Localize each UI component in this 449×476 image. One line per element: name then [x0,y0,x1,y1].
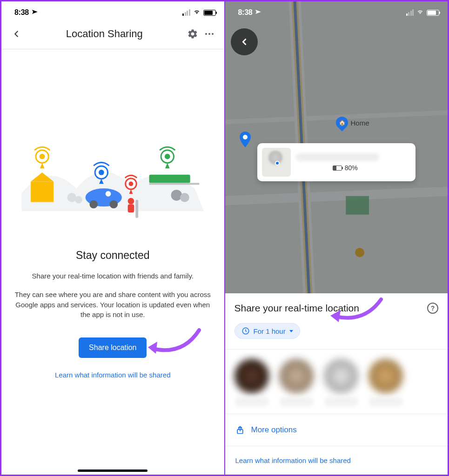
contact-item[interactable] [369,359,403,406]
svg-point-18 [67,193,76,202]
battery-status: 80% [333,164,411,172]
map-pin-icon [239,132,251,148]
time-text: 8:38 [14,8,29,17]
overflow-menu-button[interactable] [201,26,218,42]
status-icons [406,7,440,18]
battery-icon [333,165,342,171]
contact-item[interactable] [279,359,314,406]
status-bar: 8:38 [225,1,448,22]
home-indicator [78,469,147,472]
duration-chip-label: For 1 hour [254,327,286,335]
location-arrow-icon [31,8,37,17]
divider [225,446,448,446]
wifi-icon [193,7,201,18]
divider [225,414,448,414]
svg-rect-0 [31,182,54,202]
svg-point-20 [171,190,182,200]
svg-point-5 [99,170,104,175]
svg-rect-22 [135,200,138,218]
share-sheet: Share your real-time location ? For 1 ho… [225,293,448,475]
svg-point-19 [75,196,82,204]
status-icons [182,7,216,18]
status-time: 8:38 [14,8,37,17]
time-text: 8:38 [238,8,253,17]
svg-rect-13 [128,205,134,213]
status-time: 8:38 [238,8,261,17]
svg-point-12 [128,198,134,205]
cellular-signal-icon [182,9,190,16]
battery-icon [203,10,216,16]
contacts-row [225,352,448,411]
clock-icon [241,327,250,335]
svg-point-21 [180,193,189,202]
redacted-name [295,153,379,161]
back-button[interactable] [8,26,25,42]
sheet-title: Share your real-time location [235,303,359,314]
page-title: Location Sharing [25,28,184,40]
location-info-card[interactable]: 80% [257,143,415,181]
status-bar: 8:38 [1,1,224,22]
svg-point-7 [89,200,98,209]
home-pin[interactable]: 🏠 Home [336,117,369,129]
location-sharing-intro-screen: 8:38 Location Sharing [0,0,225,476]
svg-point-9 [106,191,111,197]
battery-icon [427,10,439,16]
svg-point-8 [109,200,118,209]
location-arrow-icon [254,8,261,17]
svg-point-11 [128,182,133,186]
svg-point-15 [165,154,170,159]
share-location-button[interactable]: Share location [79,337,147,358]
share-icon [235,425,245,435]
wifi-icon [416,7,424,18]
share-duration-screen: 8:38 🏠 Home [225,0,449,476]
home-pin-icon: 🏠 [333,114,350,132]
back-button[interactable] [231,28,258,55]
learn-more-link[interactable]: Learn what information will be shared [14,371,211,379]
cellular-signal-icon [406,9,414,16]
divider [225,349,448,350]
duration-chip[interactable]: For 1 hour [235,323,300,339]
subtitle-1: Share your real-time location with frien… [14,271,211,281]
dropdown-icon [289,330,293,332]
header: Location Sharing [1,22,224,49]
contact-item[interactable] [324,359,358,406]
heading: Stay connected [14,249,211,262]
illustration [1,105,224,245]
more-options-button[interactable]: More options [225,417,448,443]
learn-more-link[interactable]: Learn what information will be shared [225,449,448,475]
svg-rect-17 [149,183,200,185]
subtitle-2: They can see where you are and share con… [14,290,211,320]
contact-item[interactable] [235,359,269,406]
map-thumbnail [262,148,291,177]
svg-point-28 [243,135,248,139]
help-button[interactable]: ? [427,303,438,314]
content: Stay connected Share your real-time loca… [1,249,224,379]
more-options-label: More options [251,425,297,435]
svg-point-3 [40,154,45,159]
svg-rect-16 [149,175,190,183]
home-pin-label: Home [351,119,369,127]
battery-percent: 80% [345,164,358,172]
settings-button[interactable] [184,26,201,42]
